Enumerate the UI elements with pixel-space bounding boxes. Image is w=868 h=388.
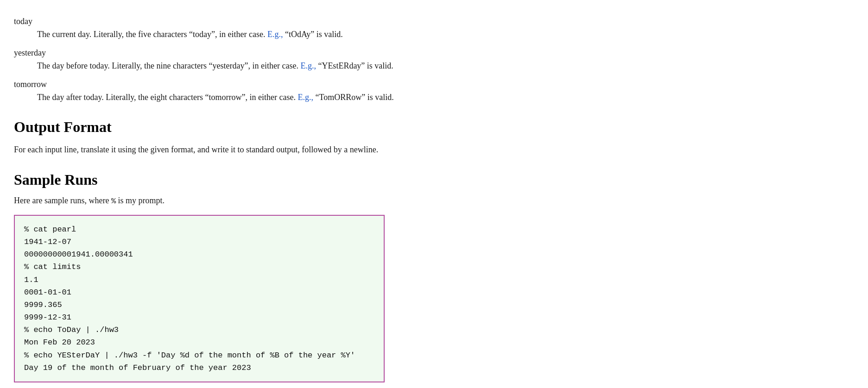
term-yesterday: yesterday The day before today. Literall… xyxy=(14,48,854,72)
term-tomorrow-example: “TomORRow” is valid. xyxy=(315,93,393,102)
term-today-example: “tOdAy” is valid. xyxy=(285,30,343,39)
sample-intro-after: is my prompt. xyxy=(118,196,165,205)
output-format-heading: Output Format xyxy=(14,119,854,136)
sample-runs-intro: Here are sample runs, where % is my prom… xyxy=(14,196,854,206)
sample-prompt-char: % xyxy=(111,197,116,206)
term-tomorrow-desc: The day after today. Literally, the eigh… xyxy=(37,91,854,104)
term-tomorrow: tomorrow The day after today. Literally,… xyxy=(14,80,854,104)
term-yesterday-label: yesterday xyxy=(14,48,854,58)
sample-runs-heading: Sample Runs xyxy=(14,171,854,188)
term-today-link[interactable]: E.g., xyxy=(267,30,283,39)
term-yesterday-example: “YEstERday” is valid. xyxy=(318,61,393,70)
term-today-desc: The current day. Literally, the five cha… xyxy=(37,28,854,41)
term-tomorrow-label: tomorrow xyxy=(14,80,854,89)
term-today-label: today xyxy=(14,17,854,26)
term-yesterday-desc: The day before today. Literally, the nin… xyxy=(37,60,854,72)
sample-intro-before: Here are sample runs, where xyxy=(14,196,109,205)
term-today: today The current day. Literally, the fi… xyxy=(14,17,854,41)
term-yesterday-desc-text: The day before today. Literally, the nin… xyxy=(37,61,298,70)
term-today-desc-text: The current day. Literally, the five cha… xyxy=(37,30,265,39)
term-yesterday-link[interactable]: E.g., xyxy=(300,61,316,70)
term-tomorrow-desc-text: The day after today. Literally, the eigh… xyxy=(37,93,296,102)
term-tomorrow-link[interactable]: E.g., xyxy=(298,93,313,102)
output-format-description: For each input line, translate it using … xyxy=(14,143,854,156)
terminal-output: % cat pearl 1941-12-07 00000000001941.00… xyxy=(14,215,385,382)
